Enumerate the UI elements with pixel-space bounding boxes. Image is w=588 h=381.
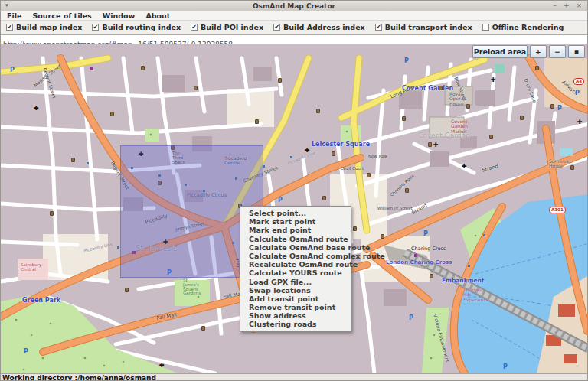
map-context-menu: Select point...Mark start pointMark end … — [240, 206, 351, 332]
church-icon: ✚ — [491, 77, 496, 83]
church-icon: ✚ — [34, 106, 39, 112]
pub-icon — [439, 86, 443, 90]
map-button[interactable]: ▪ — [568, 45, 585, 58]
pub-icon — [402, 116, 406, 121]
pub-icon — [535, 66, 539, 70]
parking-icon: P — [557, 106, 562, 112]
dot-icon — [290, 156, 292, 158]
minimize-button[interactable]: – — [553, 2, 557, 9]
checkbox-label: Offline Rendering — [492, 23, 564, 31]
context-menu-item[interactable]: Load GPX file... — [240, 278, 351, 286]
parking-icon: P — [24, 349, 28, 355]
pub-icon — [194, 86, 198, 90]
somerset-fountain — [560, 148, 573, 156]
menu-item[interactable]: Window — [103, 11, 136, 20]
pub-icon — [110, 112, 114, 116]
checkbox-box[interactable]: ✔ — [375, 24, 382, 31]
checkbox-box[interactable]: ✔ — [92, 24, 99, 31]
context-menu-item[interactable]: Calculate OsmAnd base route — [240, 243, 351, 252]
menu-item[interactable]: File — [7, 11, 21, 20]
pub-icon — [141, 66, 145, 70]
window-title: OsmAnd Map Creator — [1, 2, 587, 10]
checkbox-label: Build transport index — [385, 23, 472, 31]
titlebar: ▾ OsmAnd Map Creator – + × — [1, 1, 587, 11]
church-icon: ✚ — [305, 148, 310, 154]
statusbar: Working directory :/home/anna/osmand — [1, 373, 587, 381]
maximize-button[interactable]: + — [564, 2, 570, 9]
pub-icon — [71, 158, 75, 162]
close-button[interactable]: × — [576, 2, 582, 9]
checkbox-label: Build map index — [16, 23, 82, 31]
pub-icon — [332, 151, 335, 156]
map-label: Charing Cross — [411, 246, 446, 252]
pub-icon — [201, 326, 205, 331]
theatre-icon — [90, 67, 93, 70]
context-menu-item[interactable]: Show address — [240, 311, 351, 320]
pub-icon — [125, 288, 129, 292]
pub-icon — [322, 196, 326, 200]
index-checkbox[interactable]: ✔ Build map index — [6, 23, 82, 31]
map-viewport[interactable]: Covent GardenRoyal Opera HouseCovent Gar… — [1, 44, 588, 373]
checkbox-label: Build POI index — [201, 23, 263, 31]
map-button[interactable]: Preload area — [472, 45, 528, 58]
pub-icon — [520, 116, 524, 120]
working-directory-text: Working directory :/home/anna/osmand — [1, 374, 156, 381]
map-label: Cecil Court — [341, 167, 364, 171]
golden-square-garden — [145, 129, 159, 142]
pub-icon — [316, 109, 320, 113]
checkbox-box[interactable]: ✔ — [6, 24, 13, 31]
pub-icon — [550, 104, 554, 109]
pub-icon — [489, 135, 493, 139]
map-label: Covent Garden — [418, 132, 470, 139]
index-checkbox[interactable]: ✔ Build Address index — [273, 23, 365, 31]
window-controls: – + × — [553, 2, 587, 9]
pub-icon — [278, 78, 282, 83]
context-menu-item[interactable]: Calculate OsmAnd complex route — [240, 252, 351, 260]
church-icon: ✚ — [433, 142, 439, 148]
map-button[interactable]: + — [530, 45, 547, 58]
index-checkbox[interactable]: Offline Rendering — [482, 23, 564, 31]
context-menu-item[interactable]: Calculate OsmAnd route — [240, 235, 351, 243]
index-checkbox[interactable]: ✔ Build transport index — [375, 23, 472, 31]
dot-icon — [87, 162, 89, 164]
pub-icon — [381, 234, 384, 239]
checkbox-box[interactable]: ✔ — [191, 24, 198, 31]
context-menu-item[interactable]: Clustering roads — [240, 320, 351, 328]
context-menu-item[interactable]: Calculate YOURS route — [240, 269, 351, 277]
parking-icon: P — [10, 67, 15, 73]
index-checkbox[interactable]: ✔ Build POI index — [191, 23, 263, 31]
parking-icon: P — [575, 90, 580, 96]
checkbox-label: Build routing index — [102, 23, 181, 31]
context-menu-item[interactable]: Add transit point — [240, 295, 351, 303]
checkbox-label: Build Address index — [283, 23, 365, 31]
pub-icon — [353, 226, 357, 231]
context-menu-item[interactable]: Mark end point — [240, 226, 351, 234]
parking-icon: P — [503, 364, 508, 370]
church-icon: ✚ — [462, 164, 467, 170]
pub-icon — [428, 142, 432, 147]
urlbar — [1, 34, 587, 44]
map-button[interactable]: − — [549, 45, 566, 58]
index-checkbox[interactable]: ✔ Build routing index — [92, 23, 181, 31]
context-menu-item[interactable]: Remove transit point — [240, 303, 351, 311]
context-menu-item[interactable]: Recalculate OsmAnd route — [240, 260, 351, 269]
pub-icon — [50, 211, 54, 216]
menu-item[interactable]: About — [145, 11, 170, 20]
checkbox-box[interactable] — [482, 24, 489, 31]
checkbox-box[interactable]: ✔ — [273, 24, 280, 31]
parking-icon: P — [278, 197, 283, 204]
map-label: London Charing Cross — [386, 260, 452, 265]
context-menu-item[interactable]: Mark start point — [240, 217, 351, 226]
menu-item[interactable]: Source of tiles — [32, 11, 91, 20]
map-label: Embankment — [442, 278, 485, 284]
map-label: Leicester Square — [312, 142, 370, 148]
map-label: New Row — [368, 155, 387, 159]
context-menu-item[interactable]: Swap locations — [240, 286, 351, 295]
map-label: St James's Square Gardens — [183, 278, 201, 296]
map-buttons: Preload area+−▪ — [472, 45, 585, 58]
context-menu-item[interactable]: Select point... — [240, 209, 351, 217]
parking-icon: P — [404, 58, 409, 64]
index-toolbar: ✔ Build map index ✔ Build routing index … — [1, 21, 587, 34]
church-icon: ✚ — [577, 119, 583, 125]
church-icon: ✚ — [159, 363, 165, 369]
